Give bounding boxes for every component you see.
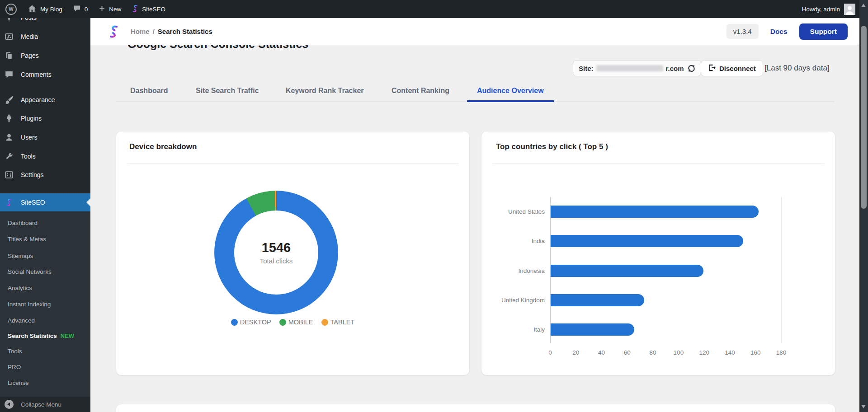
page-scrollbar[interactable] — [859, 0, 868, 412]
x-tick-140: 140 — [725, 349, 735, 356]
sidebar-item-comments[interactable]: Comments — [0, 67, 90, 82]
logout-icon — [708, 64, 716, 73]
bar-label-united-kingdom: United Kingdom — [481, 294, 545, 306]
current-menu-arrow-icon — [86, 198, 90, 206]
disconnect-button[interactable]: Disconnect — [701, 60, 763, 76]
scroll-down-arrow-icon[interactable] — [861, 405, 866, 408]
plugin-header: Home / Search Statistics v1.3.4 Docs Sup… — [90, 18, 861, 45]
main-content: Google Search Console Statistics Site: r… — [90, 45, 861, 412]
tools-icon — [5, 152, 14, 161]
avatar — [844, 4, 855, 15]
legend-item-mobile: MOBILE — [279, 318, 313, 326]
home-icon — [28, 4, 37, 14]
device-breakdown-card: Device breakdown 1546 Total clicks DESKT… — [116, 131, 470, 375]
howdy-text: Howdy, admin — [802, 6, 840, 13]
tab-content-ranking[interactable]: Content Ranking — [382, 80, 459, 102]
sidebar-item-media[interactable]: Media — [0, 29, 90, 44]
breadcrumb-current: Search Statistics — [158, 28, 212, 35]
next-card-partial — [116, 404, 835, 412]
settings-icon — [5, 170, 14, 179]
blurred-site-domain — [596, 65, 663, 71]
submenu-item-dashboard[interactable]: Dashboard — [0, 219, 90, 228]
new-badge: NEW — [61, 332, 74, 339]
plugins-icon — [5, 114, 14, 123]
x-tick-80: 80 — [650, 349, 656, 356]
posts-icon — [5, 18, 14, 22]
siteseo-logo-icon — [132, 5, 138, 14]
x-tick-120: 120 — [699, 349, 709, 356]
period-note: [Last 90 days data] — [764, 60, 830, 76]
scrollbar-thumb[interactable] — [861, 26, 867, 209]
tab-audience-overview[interactable]: Audience Overview — [467, 80, 554, 102]
wp-logo-menu[interactable]: W — [5, 4, 17, 15]
sidebar-item-plugins[interactable]: Plugins — [0, 111, 90, 126]
scroll-up-arrow-icon[interactable] — [861, 4, 866, 7]
admin-bar-new[interactable]: New — [99, 5, 121, 13]
submenu-item-social-networks[interactable]: Social Networks — [0, 267, 90, 276]
sidebar-item-siteseo[interactable]: SiteSEO — [0, 193, 90, 211]
sidebar-item-posts[interactable]: Posts — [0, 18, 90, 25]
admin-bar-siteseo[interactable]: SiteSEO — [132, 5, 165, 14]
docs-link[interactable]: Docs — [770, 28, 788, 36]
submenu-item-instant-indexing[interactable]: Instant Indexing — [0, 300, 90, 309]
admin-bar-site-name[interactable]: My Blog — [28, 4, 62, 14]
submenu-item-analytics[interactable]: Analytics — [0, 284, 90, 293]
sidebar-item-settings[interactable]: Settings — [0, 167, 90, 183]
submenu-item-advanced[interactable]: Advanced — [0, 316, 90, 325]
support-button[interactable]: Support — [799, 23, 848, 40]
bar-india — [551, 235, 743, 247]
x-tick-20: 20 — [572, 349, 579, 356]
submenu-item-sitemaps[interactable]: Sitemaps — [0, 252, 90, 261]
sidebar-item-users[interactable]: Users — [0, 130, 90, 145]
site-selector[interactable]: Site: r.com — [573, 60, 701, 76]
card-title: Top countries by click ( Top 5 ) — [496, 142, 608, 151]
x-tick-60: 60 — [624, 349, 631, 356]
x-tick-160: 160 — [750, 349, 761, 356]
x-tick-0: 0 — [548, 349, 552, 356]
x-tick-180: 180 — [776, 349, 787, 356]
wordpress-logo-icon: W — [5, 4, 17, 15]
sidebar-item-appearance[interactable]: Appearance — [0, 92, 90, 108]
submenu-item-titles-metas[interactable]: Titles & Metas — [0, 235, 90, 244]
tab-site-search-traffic[interactable]: Site Search Traffic — [186, 80, 269, 102]
submenu-item-license[interactable]: License — [0, 379, 90, 388]
refresh-icon[interactable] — [688, 65, 695, 72]
sidebar-item-tools[interactable]: Tools — [0, 149, 90, 164]
top-countries-card: Top countries by click ( Top 5 ) United … — [481, 131, 835, 375]
users-icon — [5, 133, 14, 142]
submenu-item-search-statistics[interactable]: Search StatisticsNEW — [0, 332, 90, 341]
sidebar-item-pages[interactable]: Pages — [0, 48, 90, 63]
bar-label-indonesia: Indonesia — [481, 265, 545, 277]
bar-label-italy: Italy — [481, 323, 545, 336]
siteseo-logo-icon — [108, 25, 119, 38]
admin-bar-account[interactable]: Howdy, admin — [802, 0, 855, 18]
bar-united-kingdom — [551, 294, 644, 306]
bar-label-india: India — [481, 235, 545, 247]
comments-icon — [5, 70, 14, 79]
submenu-item-tools[interactable]: Tools — [0, 347, 90, 356]
collapse-menu-button[interactable]: Collapse Menu — [0, 397, 90, 412]
x-tick-40: 40 — [598, 349, 605, 356]
legend-dot-icon — [321, 319, 328, 326]
legend-dot-icon — [279, 319, 286, 326]
siteseo-icon — [5, 198, 14, 207]
card-title: Device breakdown — [129, 142, 197, 151]
media-icon — [5, 32, 14, 41]
tab-dashboard[interactable]: Dashboard — [120, 80, 178, 102]
breadcrumb-home-link[interactable]: Home — [131, 28, 150, 35]
wp-sidebar-menu: PostsMediaPagesCommentsAppearancePlugins… — [0, 18, 90, 412]
collapse-arrow-icon — [5, 400, 14, 409]
submenu-item-pro[interactable]: PRO — [0, 363, 90, 372]
x-tick-100: 100 — [674, 349, 684, 356]
admin-bar-comments[interactable]: 0 — [73, 5, 88, 14]
legend-item-desktop: DESKTOP — [231, 318, 271, 326]
app-window: W My Blog 0 New SiteSEO Howdy, admin Pos… — [0, 0, 868, 412]
legend-dot-icon — [231, 319, 238, 326]
bar-united-states — [551, 206, 759, 218]
siteseo-submenu: DashboardTitles & MetasSitemapsSocial Ne… — [0, 211, 90, 397]
bar-indonesia — [551, 265, 703, 277]
tab-keyword-rank-tracker[interactable]: Keyword Rank Tracker — [276, 80, 374, 102]
pages-icon — [5, 51, 14, 60]
version-badge: v1.3.4 — [726, 24, 759, 39]
appearance-icon — [5, 95, 14, 104]
